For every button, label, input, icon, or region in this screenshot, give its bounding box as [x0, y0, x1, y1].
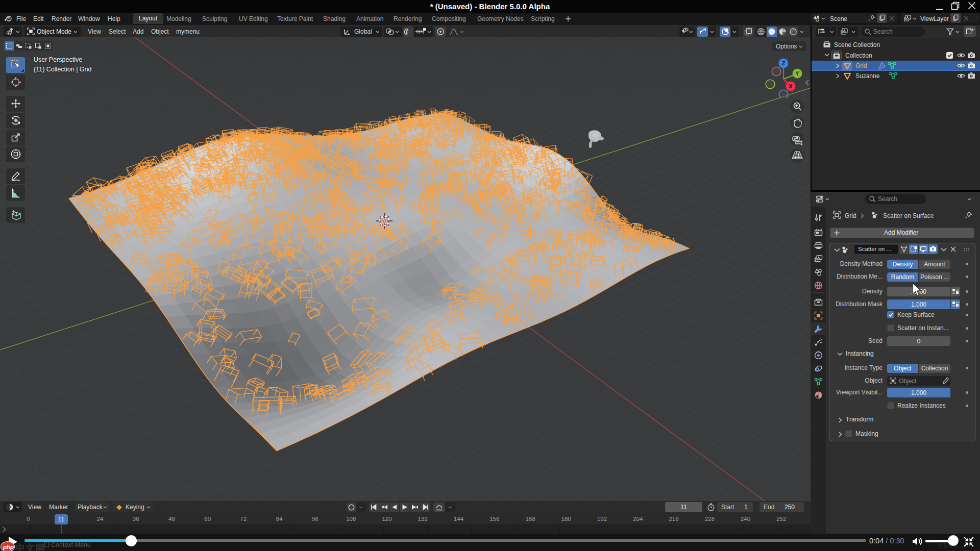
svg-text:Z: Z [782, 60, 786, 66]
svg-text:Y: Y [795, 70, 799, 77]
svg-text:X: X [789, 83, 793, 89]
